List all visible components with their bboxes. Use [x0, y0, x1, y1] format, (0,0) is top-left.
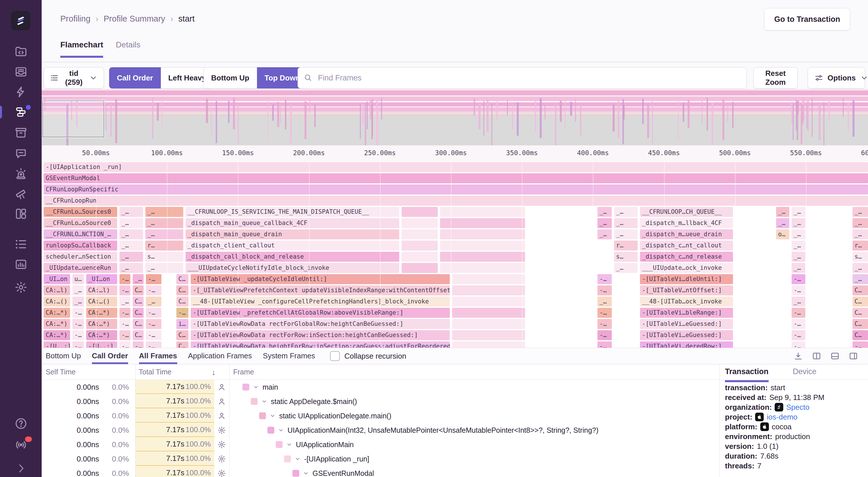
flame-frame[interactable]: ___UIUpdate…ock_invoke	[640, 263, 733, 273]
flame-frame[interactable]: -[UITableViewRowData rectForGlobalRow:he…	[191, 319, 450, 329]
flame-frame[interactable]: _…	[792, 229, 805, 239]
flame-frame[interactable]	[452, 274, 525, 284]
flame-frame[interactable]: -[U..:]	[44, 341, 70, 348]
flame-frame[interactable]: -…	[120, 319, 130, 329]
flame-frame[interactable]: -[_UITableV…ntOffset:]	[640, 285, 733, 295]
flame-frame[interactable]: runloopSo…Callback	[44, 240, 117, 250]
flame-frame[interactable]: _…	[120, 240, 143, 250]
flame-frame[interactable]: -…	[792, 308, 805, 318]
flame-frame[interactable]: _…	[145, 263, 183, 273]
flame-frame[interactable]: -…	[852, 341, 868, 348]
sidebar-item-releases[interactable]	[0, 123, 42, 143]
flame-frame[interactable]: _…	[133, 274, 144, 284]
flame-frame[interactable]: -[UIApplication _run]	[44, 162, 868, 172]
flame-frame[interactable]	[440, 252, 525, 262]
flame-frame[interactable]: -…	[146, 330, 161, 340]
chevron-down-icon[interactable]	[270, 413, 276, 419]
flame-frame[interactable]: CA:…*)	[86, 319, 117, 329]
lay-row-icon[interactable]	[830, 351, 840, 361]
flame-frame[interactable]: s…	[614, 252, 638, 262]
flame-frame[interactable]: __CFRunLoopRun	[44, 196, 868, 206]
flame-frame[interactable]: s…	[852, 252, 868, 262]
flame-frame[interactable]: _…	[597, 297, 612, 307]
flame-frame[interactable]: C…	[852, 285, 868, 295]
sentry-logo[interactable]	[11, 11, 30, 30]
frame-header[interactable]: Frame	[233, 368, 254, 376]
flame-frame[interactable]: -[UITableViewRowData rectForRow:inSectio…	[191, 330, 450, 340]
sidebar-item-user-feedback[interactable]	[0, 143, 42, 163]
sidebar-item-issues[interactable]	[0, 62, 42, 82]
flame-frame[interactable]: i…	[176, 319, 188, 329]
table-row[interactable]: 0.00ns0.0%7.17s100.0%-[UIApplication _ru…	[42, 452, 719, 466]
flame-frame[interactable]: _…	[792, 263, 805, 273]
flame-frame[interactable]: -[UITableVi…dleUntil:]	[640, 274, 733, 284]
flame-frame[interactable]: _dispatch_main_queue_drain	[186, 229, 399, 239]
flame-frame[interactable]: C…	[852, 308, 868, 318]
flame-frame[interactable]: _…	[145, 218, 183, 228]
flame-frame[interactable]: _…	[145, 207, 183, 217]
flame-frame[interactable]: _…	[852, 218, 868, 228]
flame-frame[interactable]: _…	[852, 207, 868, 217]
flame-frame[interactable]: _…	[792, 207, 805, 217]
flame-frame[interactable]: C…	[176, 297, 188, 307]
flame-frame[interactable]: -…	[146, 341, 161, 348]
flame-frame[interactable]: _…	[597, 207, 612, 217]
flame-frame[interactable]: CFRunLoopRunSpecific	[44, 184, 868, 195]
flame-frame[interactable]: CA:…*)	[44, 330, 70, 340]
flame-frame[interactable]	[452, 297, 525, 307]
flame-frame[interactable]: __48-[UITab…ock_invoke	[640, 297, 733, 307]
flame-frame[interactable]: -…	[72, 308, 84, 318]
flame-frame[interactable]: _…	[120, 252, 143, 262]
flame-frame[interactable]: _…	[614, 218, 638, 228]
flame-frame[interactable]: _UI…on	[44, 274, 70, 284]
flame-frame[interactable]: -[UITableViewRowData heightForRow:inSect…	[191, 341, 450, 348]
flame-frame[interactable]: C…	[176, 285, 188, 295]
flame-frame[interactable]: _…	[614, 207, 638, 217]
flame-frame[interactable]	[440, 218, 525, 228]
flame-frame[interactable]	[440, 207, 525, 217]
flame-frame[interactable]	[452, 285, 525, 295]
flame-frame[interactable]: _…	[776, 207, 789, 217]
flame-frame[interactable]: __CFRunLo…Sources0	[44, 207, 117, 217]
sidebar-item-collapse-sidebar[interactable]	[0, 458, 42, 477]
flame-frame[interactable]: _…	[120, 263, 143, 273]
flame-frame[interactable]: _dispatch_c…nt_callout	[640, 240, 733, 250]
frames-tab-application-frames[interactable]: Application Frames	[188, 348, 252, 364]
flame-frame[interactable]	[440, 263, 525, 273]
flame-frame[interactable]: _dispatch_c…nd_release	[640, 252, 733, 262]
minimap-selection[interactable]	[42, 100, 104, 137]
flame-frame[interactable]: C…	[176, 341, 188, 348]
flame-frame[interactable]: _…	[614, 229, 638, 239]
flame-frame[interactable]: _UI…on	[86, 274, 117, 284]
flame-frame[interactable]	[452, 341, 525, 348]
flame-frame[interactable]: -…	[792, 274, 805, 284]
flame-frame[interactable]: GSEventRunModal	[44, 173, 868, 183]
flame-frame[interactable]: C…	[133, 330, 144, 340]
chevron-down-icon[interactable]	[261, 398, 268, 405]
panel-tab-transaction[interactable]: Transaction	[725, 367, 769, 382]
flame-frame[interactable]: _…	[852, 263, 868, 273]
chevron-down-icon[interactable]	[303, 470, 309, 476]
flame-frame[interactable]: _dispatch_m…llback_4CF	[640, 218, 733, 228]
chevron-down-icon[interactable]	[286, 441, 292, 448]
flame-frame[interactable]: -…	[146, 319, 161, 329]
flame-frame[interactable]: __CFRUNLOOP…CH_QUEUE__	[640, 207, 733, 217]
flame-frame[interactable]: -[UITableVi…bleRange:]	[640, 308, 733, 318]
flame-frame[interactable]: -…	[597, 308, 612, 318]
flame-frame[interactable]: -…	[597, 330, 612, 340]
flame-frame[interactable]: _…	[614, 263, 638, 273]
table-row[interactable]: 0.00ns0.0%7.17s100.0%UIApplicationMain	[42, 437, 719, 452]
flamegraph-minimap[interactable]	[42, 89, 868, 145]
sidebar-item-settings[interactable]	[0, 277, 42, 297]
flame-frame[interactable]: __CFRUNLOOP_IS_SERVICING_THE_MAIN_DISPAT…	[186, 207, 399, 217]
breadcrumb-item[interactable]: Profiling	[60, 14, 91, 24]
table-row[interactable]: 0.00ns0.0%7.17s100.0%static UIApplicatio…	[42, 409, 719, 423]
flame-frame[interactable]: CA:…*)	[44, 319, 70, 329]
total-time-header[interactable]: Total Time	[139, 368, 172, 376]
flame-frame[interactable]: ___UIUpdateCycleNotifyIdle_block_invoke	[186, 263, 399, 273]
flame-frame[interactable]: -…	[597, 285, 612, 295]
flame-frame[interactable]: -…	[792, 285, 805, 295]
flame-frame[interactable]: CA:…()	[44, 297, 70, 307]
flame-frame[interactable]	[402, 263, 438, 273]
flame-frame[interactable]	[452, 308, 525, 318]
